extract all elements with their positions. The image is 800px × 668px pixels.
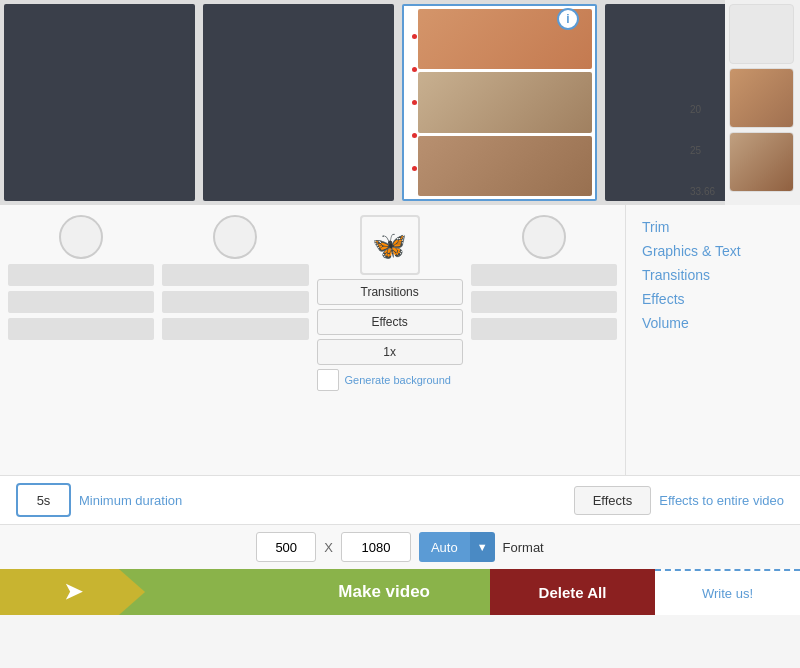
right-thumb-photo1 xyxy=(729,68,794,128)
clip-strip: 🦋 Transitions Effects 1x Generate backgr… xyxy=(0,205,625,475)
clip-circle-4 xyxy=(522,215,566,259)
x-separator: X xyxy=(324,540,333,555)
clip-bar-1a xyxy=(8,264,154,286)
marker-dot xyxy=(412,100,417,105)
clip-bar-1c xyxy=(8,318,154,340)
right-thumb-blank xyxy=(729,4,794,64)
clip-circle-1 xyxy=(59,215,103,259)
make-video-button[interactable]: ➤ Make video xyxy=(0,569,490,615)
right-sidebar: Trim Graphics & Text Transitions Effects… xyxy=(625,205,800,475)
transitions-button[interactable]: Transitions xyxy=(317,279,463,305)
generate-bg-checkbox[interactable] xyxy=(317,369,339,391)
sidebar-link-volume[interactable]: Volume xyxy=(642,315,784,331)
film-panel-2[interactable] xyxy=(203,4,394,201)
middle-section: 🦋 Transitions Effects 1x Generate backgr… xyxy=(0,205,800,475)
width-input[interactable] xyxy=(256,532,316,562)
clip-circle-2 xyxy=(213,215,257,259)
ruler-mark-3: 33.66 xyxy=(690,186,720,197)
clip-center[interactable]: 🦋 Transitions Effects 1x Generate backgr… xyxy=(313,215,467,391)
ruler-mark-2: 25 xyxy=(690,145,720,156)
effects-tab-button[interactable]: Effects xyxy=(574,486,652,515)
clip-item-1[interactable] xyxy=(4,215,158,340)
timeline-markers xyxy=(410,6,418,199)
effects-button[interactable]: Effects xyxy=(317,309,463,335)
write-us-button[interactable]: Write us! xyxy=(655,569,800,615)
film-panel-selected[interactable] xyxy=(402,4,597,201)
clip-bar-2a xyxy=(162,264,308,286)
sidebar-link-trim[interactable]: Trim xyxy=(642,219,784,235)
auto-dropdown-button[interactable]: ▼ xyxy=(470,532,495,562)
marker-dot xyxy=(412,133,417,138)
film-thumb-2 xyxy=(418,72,592,132)
marker-dot xyxy=(412,34,417,39)
generate-bg-row: Generate background xyxy=(317,369,463,391)
film-panel-1[interactable] xyxy=(4,4,195,201)
clip-bar-2c xyxy=(162,318,308,340)
action-bar: ➤ Make video Delete All Write us! xyxy=(0,569,800,615)
right-thumb-photo2 xyxy=(729,132,794,192)
timeline-ruler: 20 25 33.66 xyxy=(690,0,720,205)
generate-bg-link[interactable]: Generate background xyxy=(345,374,451,386)
height-input[interactable] xyxy=(341,532,411,562)
auto-button[interactable]: Auto xyxy=(419,532,470,562)
info-icon[interactable]: i xyxy=(557,8,579,30)
marker-dot xyxy=(412,67,417,72)
ruler-mark-1: 20 xyxy=(690,104,720,115)
make-video-label: Make video xyxy=(338,582,430,602)
format-label: Format xyxy=(503,540,544,555)
sidebar-link-graphics[interactable]: Graphics & Text xyxy=(642,243,784,259)
clip-item-2[interactable] xyxy=(158,215,312,340)
speed-button[interactable]: 1x xyxy=(317,339,463,365)
auto-button-group[interactable]: Auto ▼ xyxy=(419,532,495,562)
filmstrip-area: i 20 25 33.66 xyxy=(0,0,800,205)
effects-entire-label: Effects to entire video xyxy=(659,493,784,508)
clip-bar-4b xyxy=(471,291,617,313)
film-thumb-3 xyxy=(418,136,592,196)
clip-item-4[interactable] xyxy=(467,215,621,340)
format-row: X Auto ▼ Format xyxy=(0,525,800,569)
clip-bar-4c xyxy=(471,318,617,340)
arrow-shape: ➤ xyxy=(0,569,145,615)
sidebar-link-effects[interactable]: Effects xyxy=(642,291,784,307)
marker-dot xyxy=(412,166,417,171)
sidebar-link-transitions[interactable]: Transitions xyxy=(642,267,784,283)
film-thumbs-container xyxy=(404,6,595,199)
clip-bar-2b xyxy=(162,291,308,313)
bottom-controls-bar: Minimum duration Effects Effects to enti… xyxy=(0,475,800,525)
butterfly-thumb: 🦋 xyxy=(360,215,420,275)
duration-input[interactable] xyxy=(16,483,71,517)
min-duration-label: Minimum duration xyxy=(79,493,566,508)
clip-bar-4a xyxy=(471,264,617,286)
clip-bar-1b xyxy=(8,291,154,313)
arrow-icon: ➤ xyxy=(64,579,82,605)
delete-all-button[interactable]: Delete All xyxy=(490,569,655,615)
right-thumbnail-panel xyxy=(725,0,800,205)
